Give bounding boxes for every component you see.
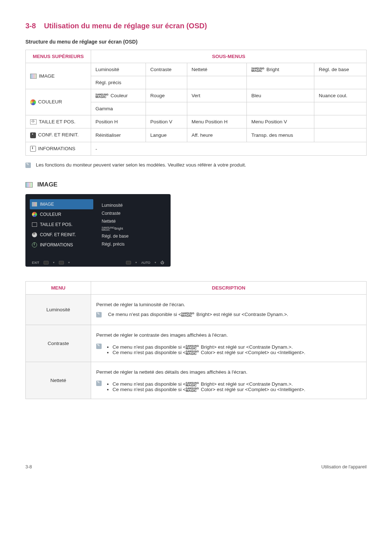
triangle-icon: ▾ xyxy=(155,261,156,264)
footer-right: Utilisation de l'appareil xyxy=(321,464,367,469)
couleur-icon xyxy=(30,99,36,105)
cell: SAMSUNGMAGIC Bright xyxy=(247,63,314,76)
menu-conf-label: CONF. ET REINIT. xyxy=(38,132,79,138)
triangle-icon: ▾ xyxy=(68,261,70,264)
osd-opt: SAMSUNGMAGICBright xyxy=(102,225,128,232)
desc-text: Permet de régler le contraste des images… xyxy=(96,332,361,338)
cell: Régl. précis xyxy=(91,76,146,89)
osd-btn-icon xyxy=(44,261,49,264)
image-section-heading: IMAGE xyxy=(25,181,367,188)
section-title: 3-8 Utilisation du menu de réglage sur é… xyxy=(25,22,367,30)
cell: - xyxy=(91,142,367,155)
samsung-magic-icon: SAMSUNGMAGIC xyxy=(181,312,194,317)
samsung-magic-icon: SAMSUNGMAGIC xyxy=(186,387,199,392)
osd-item-couleur: COULEUR xyxy=(30,209,93,219)
desc-bullet: Ce menu n'est pas disponible si <SAMSUNG… xyxy=(113,350,305,355)
row-nettete: Netteté xyxy=(26,362,91,399)
menu-conf: CONF. ET REINIT. xyxy=(26,128,91,142)
cell: Réinitialiser xyxy=(91,128,146,142)
desc-luminosite: Permet de régler la luminosité de l'écra… xyxy=(91,295,367,325)
info-icon xyxy=(30,146,36,152)
menu-info-label: INFORMATIONS xyxy=(38,146,75,151)
samsung-magic-icon: SAMSUNGMAGIC xyxy=(102,227,114,231)
cell xyxy=(187,76,247,89)
osd-opt: Régl. précis xyxy=(102,240,128,248)
osd-structure-table: MENUS SUPÉRIEURS SOUS-MENUS IMAGE Lumino… xyxy=(25,50,367,156)
note-row: Les fonctions du moniteur peuvent varier… xyxy=(25,162,367,168)
page-footer: 3-8 Utilisation de l'appareil xyxy=(25,464,367,469)
cell: Contraste xyxy=(146,63,187,76)
desc-bullet: Ce menu n'est pas disponible si <SAMSUNG… xyxy=(113,344,305,350)
cell: Position H xyxy=(91,115,146,128)
cell: Position V xyxy=(146,115,187,128)
row-contraste: Contraste xyxy=(26,325,91,362)
cell: Gamma xyxy=(91,102,146,115)
cell: Rouge xyxy=(146,89,187,102)
th-sous-menus: SOUS-MENUS xyxy=(91,50,367,63)
menu-couleur-label: COULEUR xyxy=(38,99,62,104)
osd-btn-icon xyxy=(126,261,131,264)
image-section-title: IMAGE xyxy=(37,181,58,188)
footer-left: 3-8 xyxy=(25,464,32,469)
section-heading: Utilisation du menu de réglage sur écran… xyxy=(44,22,207,30)
note-text: Les fonctions du moniteur peuvent varier… xyxy=(36,162,246,168)
image-icon xyxy=(32,202,37,206)
desc-nettete: Permet de régler la netteté des détails … xyxy=(91,362,367,399)
samsung-magic-icon: SAMSUNGMAGIC xyxy=(186,382,199,387)
osd-left-panel: IMAGE COULEUR TAILLE ET POS. CONF. ET RE… xyxy=(30,199,93,250)
osd-screenshot: IMAGE COULEUR TAILLE ET POS. CONF. ET RE… xyxy=(25,194,171,267)
desc-bullet: Ce menu n'est pas disponible si <SAMSUNG… xyxy=(113,381,305,387)
image-icon xyxy=(30,74,37,79)
cell xyxy=(247,76,314,89)
samsung-magic-icon: SAMSUNGMAGIC xyxy=(186,350,199,355)
desc-contraste: Permet de régler le contraste des images… xyxy=(91,325,367,362)
th-menu: MENU xyxy=(26,282,91,295)
note-icon xyxy=(96,312,102,317)
osd-item-info: INFORMATIONS xyxy=(30,240,93,250)
conf-icon xyxy=(30,132,36,138)
cell: Bleu xyxy=(247,89,314,102)
cell xyxy=(146,102,187,115)
cell xyxy=(314,128,367,142)
cell: Vert xyxy=(187,89,247,102)
osd-bottom-bar: EXIT ▾ ▾ ▾ AUTO▾ ⏻ xyxy=(25,260,171,264)
image-icon xyxy=(25,182,33,188)
osd-item-conf: CONF. ET REINIT. xyxy=(30,230,93,240)
conf-icon xyxy=(32,232,37,237)
menu-couleur: COULEUR xyxy=(26,89,91,115)
th-description: DESCRIPTION xyxy=(91,282,367,295)
triangle-icon: ▾ xyxy=(53,261,54,264)
osd-opt: Régl. de base xyxy=(102,232,128,240)
desc-text: Permet de régler la netteté des détails … xyxy=(96,369,361,375)
cell: Nuance coul. xyxy=(314,89,367,102)
cell: Luminosité xyxy=(91,63,146,76)
info-icon xyxy=(32,242,37,247)
triangle-icon: ▾ xyxy=(135,261,137,264)
taille-icon xyxy=(30,119,37,124)
description-table: MENU DESCRIPTION Luminosité Permet de ré… xyxy=(25,281,367,399)
note-icon xyxy=(96,344,102,349)
samsung-magic-icon: SAMSUNGMAGIC xyxy=(251,67,264,72)
cell xyxy=(314,102,367,115)
cell: Langue xyxy=(146,128,187,142)
osd-right-panel: Luminosité Contraste Netteté SAMSUNGMAGI… xyxy=(102,201,128,248)
osd-item-taille: TAILLE ET POS. xyxy=(30,219,93,230)
cell: Menu Position H xyxy=(187,115,247,128)
cell: Menu Position V xyxy=(247,115,314,128)
cell xyxy=(146,76,187,89)
desc-text: Permet de régler la luminosité de l'écra… xyxy=(96,302,361,307)
samsung-magic-icon: SAMSUNGMAGIC xyxy=(186,345,199,350)
osd-auto-label: AUTO xyxy=(141,261,150,264)
menu-image: IMAGE xyxy=(26,63,91,89)
cell: Netteté xyxy=(187,63,247,76)
cell xyxy=(314,115,367,128)
osd-opt: Netteté xyxy=(102,217,128,225)
desc-bullet: Ce menu n'est pas disponible si <SAMSUNG… xyxy=(113,387,305,392)
note-icon xyxy=(96,381,102,386)
taille-icon xyxy=(32,222,37,227)
cell: Transp. des menus xyxy=(247,128,314,142)
osd-opt: Luminosité xyxy=(102,201,128,209)
cell xyxy=(247,102,314,115)
menu-taille: TAILLE ET POS. xyxy=(26,115,91,128)
osd-exit-label: EXIT xyxy=(32,261,39,264)
